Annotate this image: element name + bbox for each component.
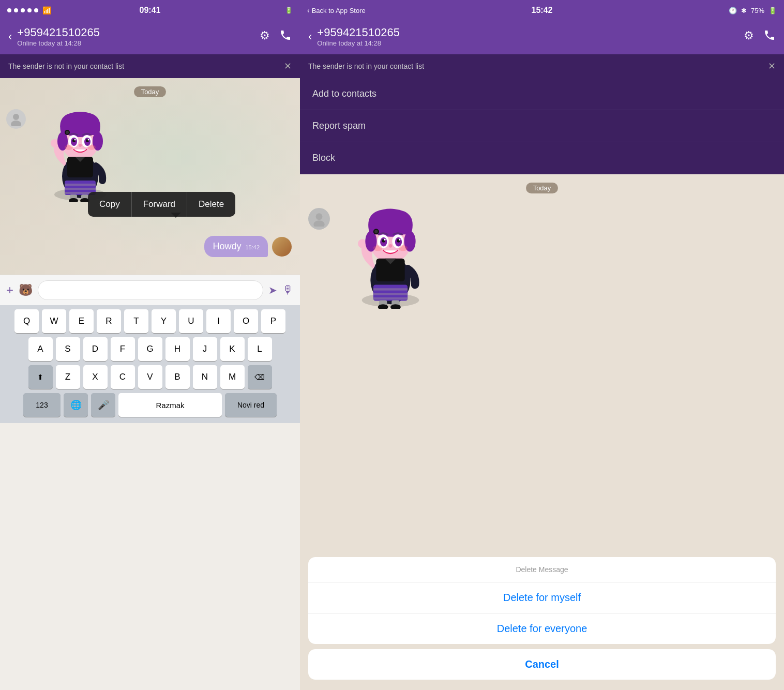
status-icons-right: 🕐 ✱ 75% 🔋 [729, 7, 777, 14]
sender-avatar-msg-left [272, 237, 292, 257]
plus-icon-left[interactable]: + [6, 283, 13, 297]
key-c[interactable]: C [111, 365, 135, 389]
dropdown-menu: Add to contacts Report spam Block [300, 78, 784, 174]
key-g[interactable]: G [138, 337, 162, 361]
key-e[interactable]: E [69, 309, 94, 333]
back-chevron-right: ‹ [308, 30, 312, 43]
key-q[interactable]: Q [14, 309, 39, 333]
key-a[interactable]: A [28, 337, 53, 361]
key-j[interactable]: J [193, 337, 217, 361]
keyboard-row-1: Q W E R T Y U I O P [2, 309, 298, 333]
svg-rect-37 [373, 288, 408, 290]
header-right: ‹ +959421510265 Online today at 14:28 ⚙ [300, 21, 784, 54]
key-f[interactable]: F [111, 337, 135, 361]
keyboard-left: Q W E R T Y U I O P A S D F G H J K L ⬆ … [0, 305, 300, 423]
cancel-button[interactable]: Cancel [308, 649, 776, 680]
key-h[interactable]: H [165, 337, 190, 361]
dot3 [21, 8, 25, 12]
svg-point-27 [88, 139, 89, 141]
settings-icon-right[interactable]: ⚙ [744, 29, 754, 44]
call-icon-left[interactable] [279, 29, 292, 44]
report-spam-item[interactable]: Report spam [300, 110, 784, 142]
settings-icon-left[interactable]: ⚙ [260, 29, 270, 44]
svg-rect-39 [373, 297, 408, 299]
clock-icon: 🕐 [729, 7, 737, 14]
send-icon-left[interactable]: ➤ [268, 284, 277, 296]
key-d[interactable]: D [83, 337, 108, 361]
message-row-left: Howdy 15:42 [204, 236, 292, 257]
key-globe[interactable]: 🌐 [64, 393, 88, 417]
sender-avatar-right [308, 208, 330, 230]
key-w[interactable]: W [42, 309, 66, 333]
key-o[interactable]: O [234, 309, 258, 333]
online-status-right: Online today at 14:28 [317, 39, 738, 47]
message-input-left[interactable] [38, 280, 263, 300]
date-text-right: Today [526, 183, 559, 193]
key-v[interactable]: V [138, 365, 162, 389]
dot2 [14, 8, 18, 12]
sender-avatar-left [6, 109, 26, 129]
status-bar-left: 📶 09:41 🔋 [0, 0, 300, 21]
delete-for-myself-button[interactable]: Delete for myself [308, 582, 776, 613]
block-item[interactable]: Block [300, 142, 784, 174]
key-z[interactable]: Z [56, 365, 80, 389]
key-r[interactable]: R [97, 309, 121, 333]
header-info-left: +959421510265 Online today at 14:28 [17, 26, 254, 47]
key-k[interactable]: K [220, 337, 245, 361]
key-space[interactable]: Razmak [118, 393, 222, 417]
bear-icon-left[interactable]: 🐻 [19, 283, 33, 297]
back-button-right[interactable]: ‹ [308, 30, 312, 43]
keyboard-row-3: ⬆ Z X C V B N M ⌫ [2, 365, 298, 389]
wifi-icon: 📶 [42, 6, 51, 14]
copy-button[interactable]: Copy [88, 192, 132, 217]
delete-dialog: Delete Message Delete for myself Delete … [308, 557, 776, 644]
phone-number-left[interactable]: +959421510265 [17, 26, 254, 39]
header-icons-right: ⚙ [744, 29, 776, 44]
key-t[interactable]: T [124, 309, 148, 333]
back-to-store-icon: ‹ [307, 6, 310, 14]
svg-point-60 [389, 244, 393, 248]
header-left: ‹ +959421510265 Online today at 14:28 ⚙ [0, 21, 300, 54]
sticker-right [336, 200, 450, 314]
key-123[interactable]: 123 [23, 393, 61, 417]
date-badge-left: Today [0, 86, 300, 97]
back-chevron-left: ‹ [8, 30, 12, 43]
svg-point-51 [374, 230, 378, 233]
key-enter[interactable]: Novi red [225, 393, 277, 417]
key-u[interactable]: U [179, 309, 203, 333]
key-mic-kb[interactable]: 🎤 [91, 393, 115, 417]
delete-for-everyone-button[interactable]: Delete for everyone [308, 613, 776, 644]
battery-text-right: 75% [751, 7, 764, 14]
back-button-left[interactable]: ‹ [8, 30, 12, 43]
svg-point-0 [13, 114, 19, 120]
svg-point-1 [11, 121, 21, 126]
phone-number-right[interactable]: +959421510265 [317, 26, 738, 39]
call-icon-right[interactable] [763, 29, 776, 44]
chat-area-right: Today [300, 174, 784, 690]
notification-close-left[interactable]: ✕ [284, 61, 292, 72]
delete-dialog-overlay: Delete Message Delete for myself Delete … [300, 493, 784, 690]
key-n[interactable]: N [193, 365, 217, 389]
back-to-store-text[interactable]: Back to App Store [312, 7, 366, 14]
notification-text-right: The sender is not in your contact list [308, 62, 424, 70]
delete-button[interactable]: Delete [187, 192, 235, 217]
chat-area-left: Today [0, 78, 300, 275]
key-y[interactable]: Y [152, 309, 176, 333]
svg-rect-38 [373, 293, 408, 295]
key-s[interactable]: S [56, 337, 80, 361]
key-l[interactable]: L [248, 337, 272, 361]
notification-close-right[interactable]: ✕ [768, 61, 776, 72]
svg-point-28 [79, 144, 82, 147]
left-panel: 📶 09:41 🔋 ‹ +959421510265 Online today a… [0, 0, 300, 690]
key-x[interactable]: X [83, 365, 108, 389]
keyboard-row-2: A S D F G H J K L [2, 337, 298, 361]
add-to-contacts-item[interactable]: Add to contacts [300, 78, 784, 110]
message-bubble-left: Howdy 15:42 [204, 236, 268, 257]
key-p[interactable]: P [261, 309, 285, 333]
key-shift[interactable]: ⬆ [28, 365, 53, 389]
key-i[interactable]: I [206, 309, 231, 333]
key-m[interactable]: M [220, 365, 245, 389]
key-b[interactable]: B [165, 365, 190, 389]
mic-icon-left[interactable]: 🎙 [282, 283, 294, 297]
key-delete[interactable]: ⌫ [248, 365, 272, 389]
